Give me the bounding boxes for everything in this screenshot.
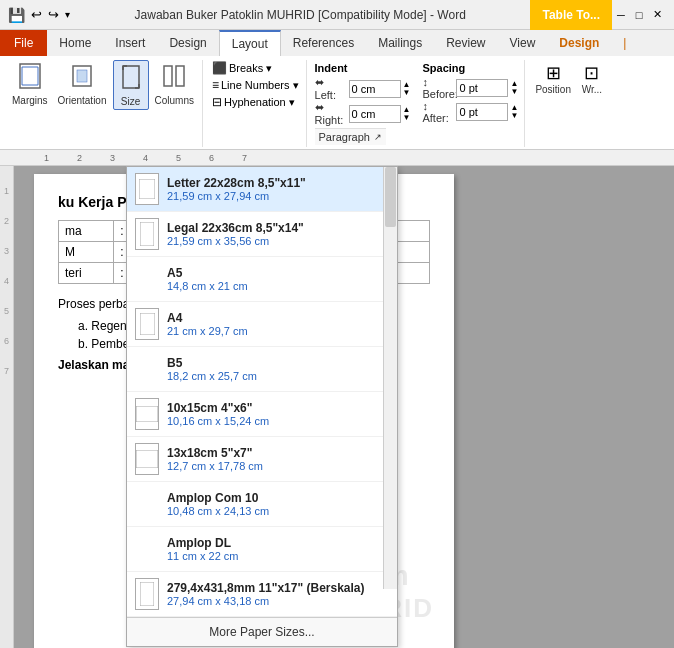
- line-numbers-label: Line Numbers ▾: [221, 79, 299, 92]
- tab-view[interactable]: View: [498, 30, 548, 56]
- hyphenation-label: Hyphenation ▾: [224, 96, 295, 109]
- close-btn[interactable]: ✕: [648, 6, 666, 24]
- line-numbers-icon: ≡: [212, 78, 219, 92]
- columns-button[interactable]: Columns: [151, 60, 198, 108]
- size-item-279x431[interactable]: 279,4x431,8mm 11"x17" (Berskala) 27,94 c…: [127, 572, 397, 617]
- size-button[interactable]: Size: [113, 60, 149, 110]
- ruler-marks: 1 2 3 4 5 6 7: [14, 153, 247, 163]
- size-info-a4: A4 21 cm x 29,7 cm: [167, 311, 248, 337]
- paragraph-label: Paragraph ↗: [315, 128, 386, 145]
- tab-references[interactable]: References: [281, 30, 366, 56]
- tab-layout[interactable]: Layout: [219, 30, 281, 56]
- indent-right-input[interactable]: 0 cm: [349, 105, 401, 123]
- tab-review[interactable]: Review: [434, 30, 497, 56]
- tab-design[interactable]: Design: [157, 30, 218, 56]
- tab-mailings[interactable]: Mailings: [366, 30, 434, 56]
- size-dims: 14,8 cm x 21 cm: [167, 280, 248, 292]
- ribbon-content: Margins Orientation Size: [0, 56, 674, 149]
- breaks-icon: ⬛: [212, 61, 227, 75]
- vertical-ruler: 1 2 3 4 5 6 7: [0, 166, 14, 648]
- tab-design2[interactable]: Design: [547, 30, 611, 56]
- tab-home[interactable]: Home: [47, 30, 103, 56]
- minimize-btn[interactable]: ─: [612, 6, 630, 24]
- svg-rect-16: [140, 313, 155, 335]
- orientation-button[interactable]: Orientation: [54, 60, 111, 108]
- size-name: 279,4x431,8mm 11"x17" (Berskala): [167, 581, 365, 595]
- tab-layout2[interactable]: |: [611, 30, 638, 56]
- size-preview-13x18: [135, 443, 159, 475]
- wrap-text-button[interactable]: ⊡ Wr...: [577, 60, 607, 97]
- indent-right-spin[interactable]: ▲ ▼: [403, 106, 411, 122]
- maximize-btn[interactable]: □: [630, 6, 648, 24]
- svg-rect-18: [136, 450, 158, 468]
- hyphenation-button[interactable]: ⊟ Hyphenation ▾: [209, 94, 302, 110]
- size-info-b5: B5 18,2 cm x 25,7 cm: [167, 356, 257, 382]
- size-scrollbar[interactable]: [383, 167, 397, 589]
- size-item-10x15[interactable]: 10x15cm 4"x6" 10,16 cm x 15,24 cm: [127, 392, 397, 437]
- page-setup-items: Margins Orientation Size: [8, 60, 198, 147]
- table-cell: ma: [59, 221, 114, 242]
- spacing-before-down[interactable]: ▼: [510, 88, 518, 96]
- size-name: Amplop DL: [167, 536, 239, 550]
- position-button[interactable]: ⊞ Position: [531, 60, 575, 97]
- orientation-icon: [70, 62, 94, 95]
- spacing-after-input[interactable]: 0 pt: [456, 103, 508, 121]
- paragraph-expand-icon[interactable]: ↗: [374, 132, 382, 142]
- tab-file[interactable]: File: [0, 30, 47, 56]
- size-name: A5: [167, 266, 248, 280]
- save-icon[interactable]: 💾: [8, 7, 25, 23]
- redo-icon[interactable]: ↪: [48, 7, 59, 22]
- size-name: Legal 22x36cm 8,5"x14": [167, 221, 304, 235]
- spacing-after-spin[interactable]: ▲ ▼: [510, 104, 518, 120]
- margins-label: Margins: [12, 95, 48, 106]
- size-item-b5[interactable]: B5 18,2 cm x 25,7 cm: [127, 347, 397, 392]
- size-item-13x18[interactable]: 13x18cm 5"x7" 12,7 cm x 17,78 cm: [127, 437, 397, 482]
- size-info-279x431: 279,4x431,8mm 11"x17" (Berskala) 27,94 c…: [167, 581, 365, 607]
- indent-left-spin[interactable]: ▲ ▼: [403, 81, 411, 97]
- table-tools-tab[interactable]: Table To...: [530, 0, 612, 30]
- size-name: 10x15cm 4"x6": [167, 401, 269, 415]
- svg-rect-12: [164, 66, 172, 86]
- table-cell: teri: [59, 263, 114, 284]
- indent-left-down[interactable]: ▼: [403, 89, 411, 97]
- tab-insert[interactable]: Insert: [103, 30, 157, 56]
- size-item-legal[interactable]: Legal 22x36cm 8,5"x14" 21,59 cm x 35,56 …: [127, 212, 397, 257]
- table-cell: M: [59, 242, 114, 263]
- spacing-before-row: ↕ Before: 0 pt ▲ ▼: [422, 76, 518, 100]
- scrollbar-thumb[interactable]: [385, 167, 396, 227]
- size-item-letter[interactable]: Letter 22x28cm 8,5"x11" 21,59 cm x 27,94…: [127, 167, 397, 212]
- page-setup-group: Margins Orientation Size: [4, 60, 203, 147]
- more-paper-sizes-button[interactable]: More Paper Sizes...: [127, 617, 397, 646]
- indent-left-input[interactable]: 0 cm: [349, 80, 401, 98]
- breaks-button[interactable]: ⬛ Breaks ▾: [209, 60, 302, 76]
- size-preview-279x431: [135, 578, 159, 610]
- margins-button[interactable]: Margins: [8, 60, 52, 108]
- spacing-before-spin[interactable]: ▲ ▼: [510, 80, 518, 96]
- indent-section: Indent ⬌ Left: 0 cm ▲ ▼ ⬌ Right:: [315, 62, 411, 126]
- size-item-a5[interactable]: A5 14,8 cm x 21 cm: [127, 257, 397, 302]
- ribbon-tabs: File Home Insert Design Layout Reference…: [0, 30, 674, 56]
- size-item-amplop-dl[interactable]: Amplop DL 11 cm x 22 cm: [127, 527, 397, 572]
- spacing-before-label: ↕ Before:: [422, 76, 454, 100]
- arrange-group: ⊞ Position ⊡ Wr...: [527, 60, 611, 147]
- spacing-section: Spacing ↕ Before: 0 pt ▲ ▼ ↕ After:: [422, 62, 518, 126]
- size-item-amplop-com10[interactable]: Amplop Com 10 10,48 cm x 24,13 cm: [127, 482, 397, 527]
- spacing-before-input[interactable]: 0 pt: [456, 79, 508, 97]
- page-container: 1 2 3 4 5 6 7 ku Kerja Patologi Klinik m…: [0, 166, 674, 648]
- svg-rect-13: [176, 66, 184, 86]
- indent-right-down[interactable]: ▼: [403, 114, 411, 122]
- ribbon: File Home Insert Design Layout Reference…: [0, 30, 674, 150]
- size-name: Letter 22x28cm 8,5"x11": [167, 176, 306, 190]
- size-name: B5: [167, 356, 257, 370]
- size-info-10x15: 10x15cm 4"x6" 10,16 cm x 15,24 cm: [167, 401, 269, 427]
- undo-icon[interactable]: ↩: [31, 7, 42, 22]
- size-dims: 10,16 cm x 15,24 cm: [167, 415, 269, 427]
- size-item-a4[interactable]: A4 21 cm x 29,7 cm: [127, 302, 397, 347]
- line-numbers-button[interactable]: ≡ Line Numbers ▾: [209, 77, 302, 93]
- indent-title: Indent: [315, 62, 411, 74]
- size-label: Size: [121, 96, 140, 107]
- spacing-after-label: ↕ After:: [422, 100, 454, 124]
- svg-rect-7: [123, 66, 139, 88]
- spacing-after-down[interactable]: ▼: [510, 112, 518, 120]
- svg-rect-14: [139, 179, 155, 199]
